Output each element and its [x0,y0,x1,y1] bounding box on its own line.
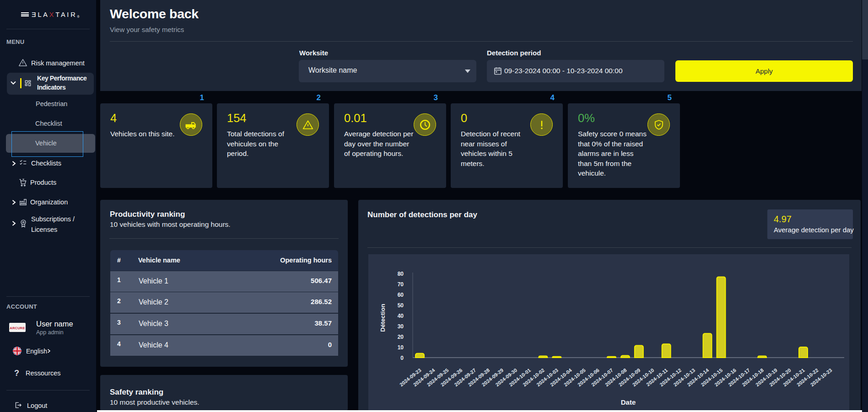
svg-text:70: 70 [398,281,404,288]
svg-text:30: 30 [398,323,404,330]
svg-text:40: 40 [398,313,404,319]
svg-text:80: 80 [398,271,404,277]
svg-text:Détection: Détection [379,304,386,332]
svg-text:50: 50 [398,302,404,309]
svg-text:20: 20 [398,334,404,340]
svg-text:10: 10 [398,344,404,351]
svg-text:60: 60 [398,292,404,298]
svg-text:0: 0 [400,355,404,361]
svg-text:Date: Date [621,398,636,406]
